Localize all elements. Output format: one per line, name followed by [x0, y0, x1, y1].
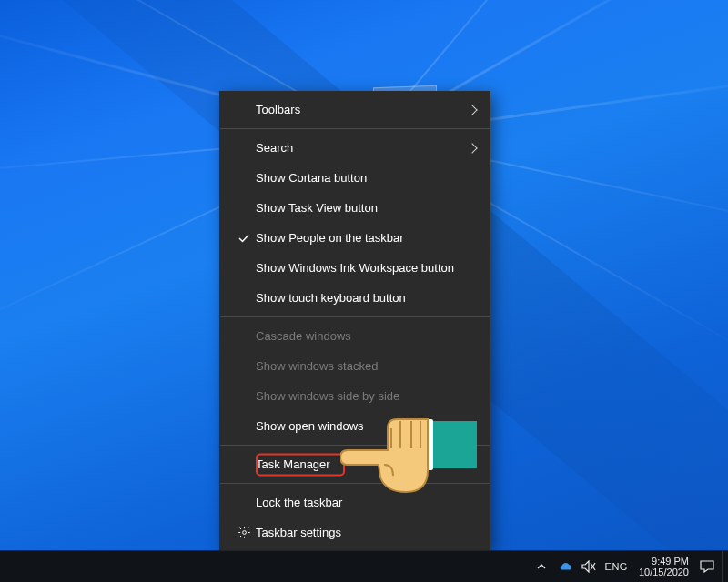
menu-item-task-manager[interactable]: Task Manager [219, 449, 490, 479]
menu-item-label: Cascade windows [256, 329, 461, 343]
menu-item-label: Toolbars [256, 103, 461, 116]
system-tray: ENG 9:49 PM 10/15/2020 [527, 551, 722, 582]
menu-item-taskbar-settings[interactable]: Taskbar settings [219, 517, 490, 547]
menu-item-cascade-windows: Cascade windows [219, 321, 490, 351]
menu-item-label: Show Task View button [256, 201, 461, 215]
desktop: Toolbars Search Show Cortana button Show… [0, 0, 728, 582]
chevron-right-icon [469, 103, 478, 116]
gear-icon [232, 526, 256, 539]
clock-time: 9:49 PM [652, 556, 689, 567]
menu-item-show-windows-stacked: Show windows stacked [219, 351, 490, 381]
menu-item-label: Task Manager [256, 457, 461, 471]
chevron-right-icon [469, 141, 478, 155]
menu-item-search[interactable]: Search [219, 133, 490, 163]
menu-separator [220, 445, 490, 446]
svg-point-0 [242, 531, 246, 535]
tray-overflow-icon[interactable] [534, 559, 549, 574]
action-center-icon[interactable] [700, 559, 714, 574]
volume-icon[interactable] [581, 559, 596, 574]
menu-item-show-cortana-button[interactable]: Show Cortana button [219, 163, 490, 193]
menu-item-show-people-on-taskbar[interactable]: Show People on the taskbar [219, 223, 490, 253]
menu-item-label: Show Cortana button [256, 171, 461, 185]
menu-item-show-open-windows[interactable]: Show open windows [219, 411, 490, 441]
menu-item-label: Show windows stacked [256, 359, 461, 373]
menu-item-label: Show People on the taskbar [256, 231, 461, 245]
menu-item-label: Show touch keyboard button [256, 291, 461, 305]
menu-item-show-touch-keyboard-button[interactable]: Show touch keyboard button [219, 283, 490, 313]
clock[interactable]: 9:49 PM 10/15/2020 [637, 556, 691, 577]
menu-item-label: Search [256, 141, 461, 155]
menu-item-label: Show Windows Ink Workspace button [256, 261, 461, 275]
menu-item-show-ink-workspace-button[interactable]: Show Windows Ink Workspace button [219, 253, 490, 283]
menu-item-label: Show windows side by side [256, 389, 461, 403]
menu-item-show-windows-side-by-side: Show windows side by side [219, 381, 490, 411]
menu-item-toolbars[interactable]: Toolbars [219, 95, 490, 125]
show-desktop-button[interactable] [722, 551, 728, 582]
menu-separator [220, 128, 490, 129]
check-icon [232, 232, 256, 245]
taskbar[interactable]: ENG 9:49 PM 10/15/2020 [0, 550, 728, 582]
menu-item-label: Taskbar settings [256, 526, 461, 539]
language-indicator[interactable]: ENG [605, 561, 628, 572]
menu-item-label: Lock the taskbar [256, 496, 461, 509]
taskbar-context-menu: Toolbars Search Show Cortana button Show… [219, 91, 490, 551]
menu-item-show-task-view-button[interactable]: Show Task View button [219, 193, 490, 223]
menu-separator [220, 483, 490, 484]
menu-item-lock-the-taskbar[interactable]: Lock the taskbar [219, 487, 490, 517]
onedrive-icon[interactable] [558, 559, 572, 574]
clock-date: 10/15/2020 [639, 567, 689, 577]
menu-separator [220, 316, 490, 317]
menu-item-label: Show open windows [256, 419, 461, 433]
